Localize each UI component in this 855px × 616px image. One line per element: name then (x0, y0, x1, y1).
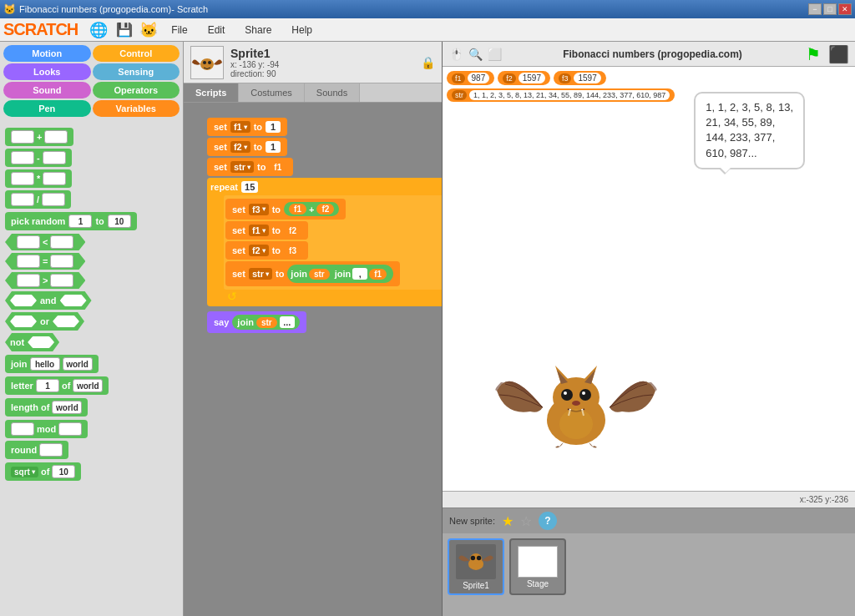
green-flag-button[interactable]: ⚑ (803, 44, 823, 64)
maximize-button[interactable]: □ (823, 3, 837, 15)
div-input-left[interactable] (11, 193, 34, 206)
menu-file[interactable]: File (164, 23, 194, 38)
and-block[interactable]: and (5, 291, 92, 310)
set-f2-block[interactable]: set f2 ▾ to 1 (207, 138, 442, 156)
category-motion[interactable]: Motion (3, 45, 91, 62)
set-f1-inner[interactable]: set f1 ▾ to f2 (225, 221, 442, 240)
sqrt-val[interactable]: 10 (52, 465, 75, 478)
gt-right[interactable] (50, 274, 73, 287)
add-sprite-outline-star-button[interactable]: ☆ (520, 513, 532, 529)
mul-input-left[interactable] (11, 172, 34, 185)
operator-add-block[interactable]: + (5, 128, 73, 146)
str-inner-dropdown[interactable]: str ▾ (249, 268, 272, 280)
random-to[interactable]: 10 (108, 215, 131, 228)
scripts-area[interactable]: set f1 ▾ to 1 set f2 ▾ to 1 (184, 103, 442, 616)
str-dropdown[interactable]: str ▾ (230, 161, 254, 173)
add-input-left[interactable] (11, 130, 34, 144)
menu-edit[interactable]: Edit (201, 23, 232, 38)
set-f3-inner[interactable]: set f3 ▾ to f1 + f2 (225, 199, 442, 220)
globe-icon[interactable]: 🌐 (89, 21, 108, 39)
sub-input-right[interactable] (43, 151, 66, 164)
mul-input-right[interactable] (43, 172, 66, 185)
less-than-block[interactable]: < (5, 234, 85, 250)
gt-left[interactable] (17, 274, 40, 287)
category-looks[interactable]: Looks (3, 63, 91, 80)
letter-of-block[interactable]: letter 1 of world (5, 376, 178, 395)
say-block[interactable]: say join str ... (207, 311, 306, 333)
tab-costumes[interactable]: Costumes (239, 83, 305, 102)
f1-value[interactable]: 1 (266, 121, 281, 133)
category-sensing[interactable]: Sensing (93, 63, 180, 80)
join-block[interactable]: join hello world (5, 355, 178, 373)
or-block[interactable]: or (5, 312, 84, 331)
tab-sounds[interactable]: Sounds (305, 83, 360, 102)
close-button[interactable]: ✕ (838, 3, 852, 15)
fullscreen-icon[interactable]: ⬜ (488, 48, 502, 61)
lock-icon[interactable]: 🔒 (421, 56, 435, 69)
mod-b[interactable] (58, 422, 82, 436)
menu-help[interactable]: Help (285, 23, 319, 38)
sub-input-left[interactable] (11, 151, 34, 164)
eq-right[interactable] (50, 255, 73, 268)
join-a[interactable]: hello (30, 357, 60, 371)
f1-dropdown[interactable]: f1 ▾ (230, 121, 250, 133)
round-val[interactable] (39, 443, 63, 457)
f1-inner-dropdown[interactable]: f1 ▾ (249, 225, 269, 236)
pick-random-block[interactable]: pick random 1 to 10 (5, 212, 178, 230)
main-area: Motion Control Looks Sensing Sound Opera… (0, 42, 855, 616)
sprite-help-button[interactable]: ? (539, 512, 557, 530)
lt-right[interactable] (50, 235, 73, 249)
f2-value[interactable]: 1 (266, 141, 281, 153)
length-of-block[interactable]: length of world (5, 398, 178, 417)
mod-a[interactable] (11, 422, 34, 436)
eq-left[interactable] (17, 255, 40, 268)
sqrt-block[interactable]: sqrt ▾ of 10 (5, 462, 178, 481)
f2-inner-dropdown[interactable]: f2 ▾ (249, 245, 269, 256)
round-block[interactable]: round (5, 441, 68, 459)
menu-share[interactable]: Share (238, 23, 278, 38)
not-block[interactable]: not (5, 333, 59, 351)
letter-str[interactable]: world (73, 379, 103, 392)
sprites-header: New sprite: ★ ☆ ? (443, 508, 855, 533)
scratch-cat-icon[interactable]: 🐱 (139, 21, 158, 39)
add-input-right[interactable] (44, 130, 68, 144)
category-operators[interactable]: Operators (93, 82, 180, 98)
f3-dropdown[interactable]: f3 ▾ (249, 204, 269, 215)
zoom-in-icon[interactable]: 🔍 (468, 48, 483, 61)
operator-div-block[interactable]: / (5, 190, 71, 209)
category-control[interactable]: Control (93, 45, 180, 62)
cursor-tool-icon[interactable]: 🖱️ (449, 48, 463, 61)
operator-sub-block[interactable]: - (5, 149, 72, 167)
variable-display-bar: f1 987 f2 1597 f3 1597 (447, 71, 606, 85)
add-sprite-star-button[interactable]: ★ (502, 513, 514, 529)
set-str-block[interactable]: set str ▾ to f1 (207, 158, 442, 176)
repeat-count[interactable]: 15 (241, 181, 258, 193)
say-dots[interactable]: ... (280, 316, 295, 328)
random-from[interactable]: 1 (68, 215, 92, 228)
letter-num[interactable]: 1 (36, 379, 59, 392)
greater-than-block[interactable]: > (5, 272, 85, 289)
f2-dropdown[interactable]: f2 ▾ (230, 141, 250, 153)
comma-input[interactable]: , (352, 268, 367, 280)
sprite-item-sprite1[interactable]: Sprite1 (448, 538, 504, 595)
repeat-block[interactable]: repeat 15 set f3 ▾ to f1 (207, 178, 442, 306)
minimize-button[interactable]: − (808, 3, 822, 15)
sqrt-dropdown[interactable]: sqrt ▾ (11, 467, 38, 477)
equals-block[interactable]: = (5, 253, 85, 270)
set-f1-block[interactable]: set f1 ▾ to 1 (207, 118, 442, 136)
set-f2-inner[interactable]: set f2 ▾ to f3 (225, 241, 442, 260)
join-b[interactable]: world (63, 357, 93, 371)
mod-block[interactable]: mod (5, 420, 88, 438)
set-str-inner[interactable]: set str ▾ to join str join , f1 (225, 261, 442, 286)
stop-button[interactable]: ⬛ (828, 44, 848, 64)
div-input-right[interactable] (42, 193, 65, 206)
length-str[interactable]: world (52, 401, 82, 414)
category-sound[interactable]: Sound (3, 82, 91, 98)
sprite-item-stage[interactable]: Stage (509, 538, 566, 595)
tab-scripts[interactable]: Scripts (184, 83, 239, 102)
save-icon[interactable]: 💾 (116, 22, 133, 38)
lt-left[interactable] (17, 235, 40, 249)
category-variables[interactable]: Variables (93, 100, 180, 117)
category-pen[interactable]: Pen (3, 100, 91, 117)
operator-mul-block[interactable]: * (5, 169, 72, 188)
